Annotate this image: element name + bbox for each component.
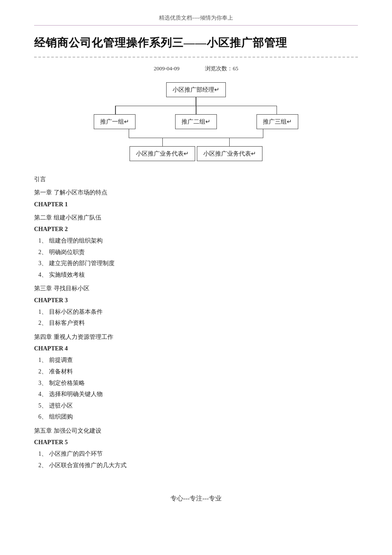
org-vline3-left xyxy=(162,138,163,146)
chapter4-item2: 2、 准备材料 xyxy=(38,366,358,378)
org-group1-box: 推广一组↵ xyxy=(94,114,135,129)
chapter2-item2: 2、 明确岗位职责 xyxy=(38,247,358,258)
chapter2-section: 第二章 组建小区推广队伍 CHAPTER 2 1、 组建合理的组织架构 2、 明… xyxy=(34,212,358,281)
chapter2-item1: 1、 组建合理的组织架构 xyxy=(38,235,358,247)
org-hline-bottom xyxy=(129,138,264,139)
org-level1-node: 小区推广部经理↵ xyxy=(166,82,226,106)
org-group3-box: 推广三组↵ xyxy=(257,114,298,129)
chapter2-label: CHAPTER 2 xyxy=(34,224,358,234)
chapter3-item1: 1、 目标小区的基本条件 xyxy=(38,306,358,318)
footer: 专心---专注---专业 xyxy=(34,489,358,504)
org-vline-right xyxy=(277,106,277,114)
org-vline-left xyxy=(115,106,116,114)
org-rep1-box: 小区推广业务代表↵ xyxy=(130,146,195,161)
org-vline-center xyxy=(196,106,196,114)
chapter4-item1: 1、 前提调查 xyxy=(38,355,358,366)
chapter1-cn-title: 第一章 了解小区市场的特点 xyxy=(34,187,358,198)
main-title: 经销商公司化管理操作系列三——小区推广部管理 xyxy=(34,33,358,58)
org-chart: 小区推广部经理↵ 推广一组↵ 推广二组↵ xyxy=(34,82,358,162)
chapter2-item4: 4、 实施绩效考核 xyxy=(38,269,358,281)
org-manager-box: 小区推广部经理↵ xyxy=(166,82,226,97)
org-vline2-right xyxy=(263,129,264,138)
chapter3-item2: 2、 目标客户资料 xyxy=(38,318,358,329)
chapter2-item3: 3、 建立完善的部门管理制度 xyxy=(38,258,358,269)
content-outline: 引言 第一章 了解小区市场的特点 CHAPTER 1 第二章 组建小区推广队伍 … xyxy=(34,174,358,471)
chapter2-cn-title: 第二章 组建小区推广队伍 xyxy=(34,212,358,223)
chapter4-label: CHAPTER 4 xyxy=(34,343,358,354)
chapter5-item1: 1、 小区推广的四个环节 xyxy=(38,448,358,460)
org-rep1-node: 小区推广业务代表↵ xyxy=(130,146,195,161)
date: 2009-04-09 xyxy=(154,64,180,73)
chapter3-cn-title: 第三章 寻找目标小区 xyxy=(34,283,358,294)
org-group1-node: 推广一组↵ xyxy=(94,114,135,129)
org-vline2-left xyxy=(129,129,130,138)
chapter4-cn-title: 第四章 重视人力资源管理工作 xyxy=(34,332,358,342)
chapter5-item2: 2、 小区联合宣传推广的几大方式 xyxy=(38,460,358,471)
org-level2-section: 推广一组↵ 推广二组↵ 推广三组↵ xyxy=(94,106,298,161)
org-level2-nodes: 推广一组↵ 推广二组↵ 推广三组↵ xyxy=(94,114,298,129)
chapter4-section: 第四章 重视人力资源管理工作 CHAPTER 4 1、 前提调查 2、 准备材料… xyxy=(34,332,358,423)
chapter4-item5: 5、 进驻小区 xyxy=(38,400,358,412)
org-vline1 xyxy=(196,97,196,106)
header-top-text: 精选优质文档----倾情为你奉上 xyxy=(34,13,358,26)
chapter5-cn-title: 第五章 加强公司文化建设 xyxy=(34,425,358,436)
chapter5-label: CHAPTER 5 xyxy=(34,437,358,448)
org-vline3-right xyxy=(229,138,230,146)
chapter4-item6: 6、 组织团购 xyxy=(38,411,358,423)
org-level3-nodes: 小区推广业务代表↵ 小区推广业务代表↵ xyxy=(129,146,264,161)
chapter3-section: 第三章 寻找目标小区 CHAPTER 3 1、 目标小区的基本条件 2、 目标客… xyxy=(34,283,358,329)
org-group3-node: 推广三组↵ xyxy=(257,114,298,129)
chapter1-section: 第一章 了解小区市场的特点 CHAPTER 1 xyxy=(34,187,358,209)
chapter4-item3: 3、 制定价格策略 xyxy=(38,378,358,389)
org-group2-box: 推广二组↵ xyxy=(175,114,217,129)
chapter1-label: CHAPTER 1 xyxy=(34,199,358,210)
chapter5-section: 第五章 加强公司文化建设 CHAPTER 5 1、 小区推广的四个环节 2、 小… xyxy=(34,425,358,471)
chapter4-item4: 4、 选择和明确关键人物 xyxy=(38,389,358,400)
top-slogan: 精选优质文档----倾情为你奉上 xyxy=(159,14,233,21)
org-rep2-node: 小区推广业务代表↵ xyxy=(197,146,262,161)
org-rep2-box: 小区推广业务代表↵ xyxy=(197,146,262,161)
org-group2-node: 推广二组↵ xyxy=(175,114,217,129)
intro-line: 引言 xyxy=(34,174,358,185)
views: 浏览次数：65 xyxy=(205,64,238,73)
chapter3-label: CHAPTER 3 xyxy=(34,295,358,306)
meta-info: 2009-04-09 浏览次数：65 xyxy=(34,64,358,73)
